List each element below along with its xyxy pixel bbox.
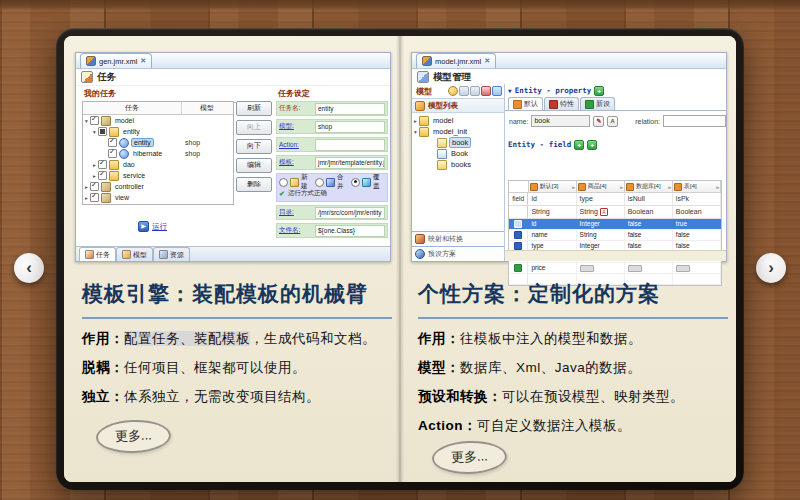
edit-name-icon[interactable]: ✎ <box>593 116 604 127</box>
tab-attributes[interactable]: 特性 <box>544 97 579 110</box>
filename-link[interactable]: 文件名: <box>277 226 315 235</box>
task-tree-row[interactable]: entity <box>83 126 233 137</box>
expand-group-icon[interactable]: » <box>716 184 719 190</box>
model-link[interactable]: 模型: <box>277 122 315 131</box>
radio-merge[interactable] <box>315 178 324 187</box>
directory-link[interactable]: 目录: <box>277 208 315 217</box>
add-field-icon[interactable]: ✚ <box>574 140 584 150</box>
import-icon[interactable] <box>459 86 469 96</box>
collapse-icon[interactable]: ▼ <box>508 87 512 94</box>
group-tab-product[interactable]: 商品[4] » <box>577 181 625 192</box>
checkbox[interactable] <box>98 171 107 180</box>
section-presets[interactable]: 预设方案 <box>412 246 504 261</box>
expand-icon[interactable] <box>83 184 90 190</box>
model-tree-row[interactable]: model <box>412 115 504 126</box>
expand-icon[interactable] <box>83 118 90 124</box>
checkbox[interactable] <box>90 193 99 202</box>
move-down-button[interactable]: 向下 <box>236 139 272 154</box>
column-header-task[interactable]: 任务 <box>83 102 182 114</box>
help-icon[interactable] <box>448 86 458 96</box>
field-row[interactable]: name String false false <box>509 230 721 241</box>
value-button[interactable] <box>628 265 642 272</box>
group-tab-database[interactable]: 数据库[4] » <box>625 181 673 192</box>
col-header[interactable]: type <box>577 193 625 205</box>
model-tree-row[interactable]: model_init <box>412 126 504 137</box>
template-input[interactable]: jmr/jmr/template/entity.java.jet <box>315 157 385 169</box>
task-tree-row[interactable]: hibernate shop <box>83 148 233 159</box>
move-up-button[interactable]: 向上 <box>236 120 272 135</box>
model-tree-row[interactable]: books <box>412 159 504 170</box>
next-slide-button[interactable]: › <box>756 253 786 283</box>
tab-default[interactable]: 默认 <box>508 97 543 110</box>
filename-input[interactable]: ${one.Class} <box>315 225 385 237</box>
task-tree-row[interactable]: service <box>83 170 233 181</box>
model-tree-row-selected[interactable]: book <box>412 137 504 148</box>
rename-icon[interactable]: A <box>607 116 618 127</box>
checkbox[interactable] <box>108 138 117 147</box>
checkbox[interactable] <box>90 182 99 191</box>
edit-button[interactable]: 编辑 <box>236 158 272 173</box>
expand-group-icon[interactable]: » <box>620 184 623 190</box>
checkbox[interactable] <box>108 149 117 158</box>
checkbox[interactable] <box>98 127 107 136</box>
column-header-model[interactable]: 模型 <box>182 102 232 114</box>
close-icon[interactable]: ✕ <box>140 57 146 65</box>
task-tree-row[interactable]: controller <box>83 181 233 192</box>
model-list-header[interactable]: 模型列表 <box>412 98 504 113</box>
expand-group-icon[interactable]: » <box>668 184 671 190</box>
tab-model[interactable]: 模型 <box>116 247 153 261</box>
more-button-left[interactable]: 更多... <box>95 419 171 455</box>
checkbox[interactable] <box>98 160 107 169</box>
string-editor-icon[interactable]: A <box>600 208 608 216</box>
value-button[interactable] <box>676 265 690 272</box>
col-header[interactable]: isNull <box>625 193 673 205</box>
generate-icon[interactable] <box>481 86 491 96</box>
more-button-right[interactable]: 更多... <box>431 440 507 476</box>
tab-new[interactable]: 新设 <box>580 97 615 110</box>
tab-tasks[interactable]: 任务 <box>79 247 116 261</box>
model-input[interactable]: shop <box>315 121 385 133</box>
model-tree-row[interactable]: Book <box>412 148 504 159</box>
delete-button[interactable]: 删除 <box>236 177 272 192</box>
col-header[interactable]: id <box>528 193 576 205</box>
task-tree-row[interactable]: dao <box>83 159 233 170</box>
col-header[interactable]: isPk <box>673 193 721 205</box>
radio-new[interactable] <box>279 178 288 187</box>
expand-icon[interactable] <box>91 173 98 179</box>
value-button[interactable] <box>580 265 594 272</box>
task-tree-row[interactable]: model <box>83 115 233 126</box>
template-link[interactable]: 模板: <box>277 158 315 167</box>
group-tab-default[interactable]: 默认[3] » <box>529 181 577 192</box>
group-tab-table[interactable]: 表[4] » <box>673 181 721 192</box>
tab-resources[interactable]: 资源 <box>153 247 190 261</box>
section-mapping[interactable]: 映射和转换 <box>412 231 504 246</box>
field-row-selected[interactable]: id Integer false true <box>509 219 721 230</box>
task-tree-row-selected[interactable]: entity shop <box>83 137 233 148</box>
name-input[interactable]: book <box>531 115 590 127</box>
action-link[interactable]: Action: <box>277 141 315 148</box>
expand-group-icon[interactable]: » <box>572 184 575 190</box>
prev-slide-button[interactable]: ‹ <box>14 253 44 283</box>
run-link[interactable]: ▶ 运行 <box>138 221 167 232</box>
tree-view-icon[interactable] <box>492 86 502 96</box>
refresh-button[interactable]: 刷新 <box>236 101 272 116</box>
task-name-input[interactable]: entity <box>315 103 385 115</box>
expand-icon[interactable] <box>83 195 90 201</box>
expand-icon[interactable] <box>412 129 419 135</box>
editor-tab-genjmr[interactable]: gen.jmr.xml ✕ <box>80 53 152 68</box>
editor-tab-modeljmr[interactable]: model.jmr.xml ✕ <box>416 53 496 68</box>
add-field-group-icon[interactable]: ✚ <box>587 140 597 150</box>
expand-icon[interactable] <box>91 162 98 168</box>
close-icon[interactable]: ✕ <box>484 57 490 65</box>
field-row[interactable]: price <box>509 263 721 274</box>
add-property-icon[interactable]: ✚ <box>594 86 604 96</box>
grid-icon[interactable] <box>470 86 480 96</box>
action-input[interactable] <box>315 139 385 151</box>
expand-icon[interactable] <box>91 129 98 135</box>
expand-icon[interactable] <box>412 118 419 124</box>
task-tree-row[interactable]: view <box>83 192 233 203</box>
relation-input[interactable] <box>663 115 726 127</box>
directory-input[interactable]: /jmr/src/com/jmr/entity <box>315 207 385 219</box>
radio-overwrite[interactable] <box>351 178 360 187</box>
checkbox[interactable] <box>90 116 99 125</box>
